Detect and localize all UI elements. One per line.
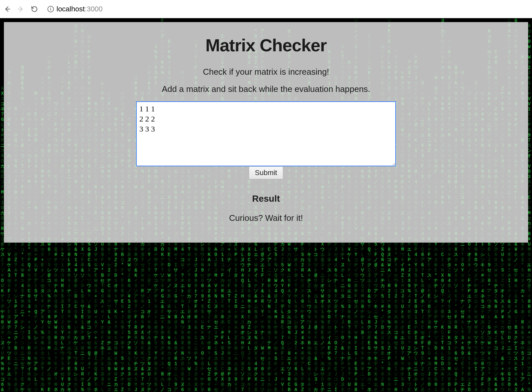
result-heading: Result	[17, 194, 515, 204]
reload-button[interactable]	[31, 5, 38, 13]
url-text: localhost:3000	[57, 5, 103, 13]
back-button[interactable]	[3, 5, 11, 13]
content-card: Matrix Checker Check if your matrix is i…	[4, 22, 528, 243]
page-title: Matrix Checker	[17, 35, 515, 55]
result-text: Curious? Wait for it!	[17, 213, 515, 223]
subtitle-1: Check if your matrix is increasing!	[17, 67, 515, 77]
submit-button[interactable]: Submit	[249, 166, 283, 179]
matrix-input[interactable]	[136, 101, 396, 166]
info-icon: i	[47, 6, 54, 12]
forward-button[interactable]	[17, 5, 25, 13]
page-viewport: A X ス コ ネ 7 G L ト # R ニ ネ X D カ セ C コ チ …	[0, 18, 532, 392]
address-bar[interactable]: i localhost:3000	[44, 3, 529, 15]
browser-toolbar: i localhost:3000	[0, 0, 532, 18]
subtitle-2: Add a matrix and sit back while the eval…	[17, 84, 515, 94]
